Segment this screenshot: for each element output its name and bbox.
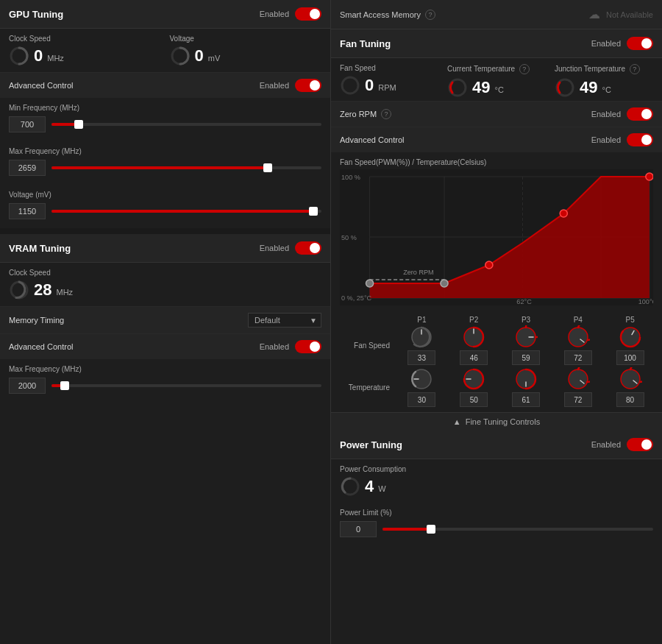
fan-tuning-toggle[interactable] — [627, 37, 653, 50]
vram-clock-unit: MHz — [56, 288, 73, 297]
vram-memory-timing-row: Memory Timing Default Fast Faster ▼ — [0, 306, 330, 333]
vram-tuning-toggle[interactable] — [295, 241, 321, 255]
vram-clock-value-row: 28 MHz — [9, 280, 321, 300]
power-consumption-value-row: 4 W — [340, 476, 653, 497]
temp-p3-knob-col — [512, 367, 540, 407]
cloud-icon: ☁ — [588, 7, 600, 21]
fan-chart[interactable]: 100 % 50 % 0 %, 25°C 62°C 100°C Zero RPM — [340, 169, 653, 305]
gpu-voltage-mv-input[interactable]: 1150 — [9, 203, 46, 219]
gpu-voltage-number: 0 — [195, 46, 204, 66]
svg-text:100 %: 100 % — [341, 174, 360, 181]
svg-text:50 %: 50 % — [341, 234, 357, 241]
p2-header: P2 — [448, 316, 500, 324]
right-panel: Smart Access Memory ? ☁ Not Available Fa… — [331, 0, 662, 644]
zero-rpm-enabled: Enabled — [591, 110, 621, 118]
junction-temp-label: Junction Temperature ? — [555, 64, 653, 74]
temp-p4-knob-col — [564, 367, 592, 407]
fan-p4-value[interactable] — [564, 350, 592, 365]
junction-temp-info-icon[interactable]: ? — [630, 64, 640, 74]
power-tuning-enabled: Enabled — [591, 438, 653, 451]
gpu-max-freq-section: Max Frequency (MHz) 2659 — [0, 141, 330, 185]
temp-p2-knob[interactable] — [462, 367, 485, 391]
fan-speed-knobs-row: Fan Speed — [337, 325, 656, 365]
fine-tuning-bar[interactable]: ▲ Fine Tuning Controls — [331, 412, 662, 431]
temp-p3-knob[interactable] — [514, 367, 538, 391]
temp-p2-value[interactable] — [460, 392, 488, 407]
power-limit-input[interactable]: 0 — [340, 521, 377, 537]
power-limit-track[interactable] — [382, 528, 653, 531]
fan-advanced-toggle[interactable] — [627, 133, 653, 146]
temp-p1-knob[interactable] — [410, 367, 433, 391]
gpu-min-freq-row: 700 — [9, 116, 321, 132]
vram-memory-timing-select[interactable]: Default Fast Faster — [248, 313, 321, 328]
gpu-max-freq-thumb[interactable] — [263, 163, 272, 172]
svg-point-33 — [569, 328, 588, 347]
fan-speed-label: Fan Speed — [340, 64, 438, 72]
power-tuning-toggle[interactable] — [627, 438, 653, 451]
temp-p2-knob-col — [460, 367, 488, 407]
fan-p4-knob-col — [564, 325, 592, 365]
vram-memory-timing-label: Memory Timing — [9, 316, 64, 325]
vram-advanced-toggle[interactable] — [295, 340, 321, 353]
left-panel: GPU Tuning Enabled Clock Speed 0 MHz Vol… — [0, 0, 331, 644]
temp-p4-knob[interactable] — [566, 367, 590, 391]
gpu-voltage-mv-thumb[interactable] — [309, 207, 318, 216]
zero-rpm-info-icon[interactable]: ? — [381, 109, 391, 119]
fan-speed-knob-label: Fan Speed — [337, 342, 396, 350]
vram-max-freq-section: Max Frequency (MHz) 2000 — [0, 359, 330, 403]
smart-access-info-icon[interactable]: ? — [425, 10, 435, 20]
fan-p5-knob[interactable] — [619, 325, 642, 349]
gpu-clock-value-row: 0 MHz — [9, 46, 161, 66]
fan-p4-knob[interactable] — [566, 325, 590, 349]
gpu-advanced-enabled: Enabled — [260, 81, 289, 90]
zero-rpm-toggle[interactable] — [627, 107, 653, 121]
gpu-tuning-enabled: Enabled — [260, 7, 321, 21]
spacer1 — [0, 228, 330, 234]
vram-max-freq-track[interactable] — [51, 384, 321, 387]
fan-tuning-enabled-label: Enabled — [591, 39, 621, 48]
gpu-clock-number: 0 — [34, 46, 43, 66]
fan-advanced-label: Advanced Control — [340, 135, 404, 144]
gpu-max-freq-input[interactable]: 2659 — [9, 160, 46, 176]
fan-p1-value[interactable] — [407, 350, 435, 365]
gpu-tuning-toggle[interactable] — [295, 7, 321, 21]
current-temp-info-icon[interactable]: ? — [519, 64, 530, 74]
zero-rpm-right: Enabled — [591, 107, 653, 121]
current-temp-number: 49 — [472, 78, 490, 97]
temp-p4-value[interactable] — [564, 392, 592, 407]
junction-temp-value-row: 49 °C — [555, 77, 653, 98]
gpu-voltage-unit: mV — [208, 54, 221, 63]
fan-p5-value[interactable] — [616, 350, 644, 365]
gpu-voltage-mv-track[interactable] — [51, 210, 321, 213]
temp-p1-value[interactable] — [407, 392, 435, 407]
vram-advanced-control-row: Advanced Control Enabled — [0, 333, 330, 359]
vram-max-freq-row: 2000 — [9, 378, 321, 394]
fan-speed-unit: RPM — [378, 83, 396, 92]
fan-p3-value[interactable] — [512, 350, 540, 365]
zero-rpm-row: Zero RPM ? Enabled — [331, 101, 662, 127]
temp-p3-value[interactable] — [512, 392, 540, 407]
fan-speed-metric: Fan Speed 0 RPM — [340, 64, 438, 98]
gpu-min-freq-thumb[interactable] — [74, 120, 83, 129]
fan-p2-knob[interactable] — [462, 325, 485, 349]
fan-p2-value[interactable] — [460, 350, 488, 365]
smart-access-label: Smart Access Memory — [340, 10, 421, 19]
temp-knobs — [396, 367, 656, 407]
vram-max-freq-thumb[interactable] — [60, 381, 69, 390]
gpu-min-freq-input[interactable]: 700 — [9, 116, 46, 132]
fan-speed-number: 0 — [365, 76, 374, 95]
gpu-voltage: Voltage 0 mV — [170, 35, 322, 66]
vram-max-freq-input[interactable]: 2000 — [9, 378, 46, 394]
vram-advanced-right: Enabled — [260, 340, 321, 353]
gpu-max-freq-track[interactable] — [51, 166, 321, 169]
fan-advanced-enabled: Enabled — [591, 135, 621, 144]
temp-knob-label: Temperature — [337, 383, 396, 392]
temp-p5-value[interactable] — [616, 392, 644, 407]
gpu-advanced-toggle[interactable] — [295, 79, 321, 92]
fan-p3-knob[interactable] — [514, 325, 538, 349]
power-limit-thumb[interactable] — [427, 525, 435, 534]
temp-p5-knob[interactable] — [619, 367, 642, 391]
gpu-min-freq-track[interactable] — [51, 123, 321, 126]
current-temp-label: Current Temperature ? — [447, 64, 546, 74]
fan-p1-knob[interactable] — [410, 325, 433, 349]
